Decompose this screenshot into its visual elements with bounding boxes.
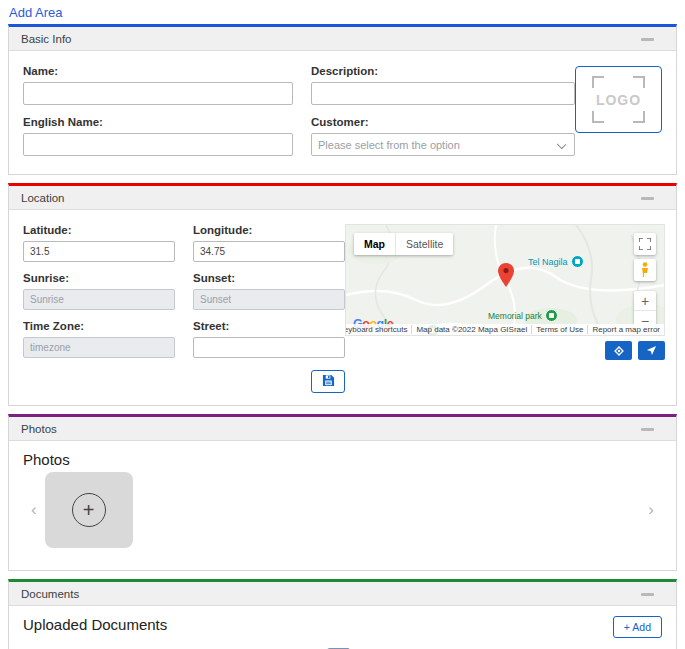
documents-card: Documents Uploaded Documents + Add There… bbox=[8, 579, 677, 649]
english-name-field-group: English Name: bbox=[23, 116, 293, 156]
save-location-cell bbox=[311, 368, 345, 393]
description-input[interactable] bbox=[311, 82, 575, 105]
sunrise-input bbox=[23, 289, 175, 310]
name-field-group: Name: bbox=[23, 65, 293, 105]
photos-carousel: ‹ + › bbox=[23, 472, 662, 548]
name-label: Name: bbox=[23, 65, 293, 77]
poi-tel-nagila[interactable]: Tel Nagila bbox=[528, 255, 584, 268]
map-marker-icon[interactable] bbox=[498, 263, 514, 291]
logo-upload-box[interactable]: LOGO bbox=[575, 66, 662, 133]
add-photo-icon: + bbox=[72, 493, 106, 527]
collapse-icon[interactable] bbox=[641, 38, 654, 41]
description-label: Description: bbox=[311, 65, 575, 77]
location-body: Latitude: Longitude: Sunrise: Sunset: Ti… bbox=[9, 210, 676, 405]
timezone-input bbox=[23, 337, 175, 358]
longitude-label: Longitude: bbox=[193, 224, 345, 236]
save-icon bbox=[322, 374, 335, 390]
keyboard-shortcuts-link[interactable]: Keyboard shortcuts bbox=[345, 325, 411, 334]
sunrise-label: Sunrise: bbox=[23, 272, 175, 284]
logo-corner-icon bbox=[592, 111, 604, 123]
basic-info-header[interactable]: Basic Info bbox=[9, 27, 676, 51]
satellite-tab[interactable]: Satellite bbox=[395, 233, 453, 255]
latitude-label: Latitude: bbox=[23, 224, 175, 236]
sunrise-field-group: Sunrise: bbox=[23, 272, 175, 310]
uploaded-documents-label: Uploaded Documents bbox=[23, 616, 662, 633]
fullscreen-icon bbox=[639, 238, 651, 250]
documents-header[interactable]: Documents bbox=[9, 582, 676, 606]
documents-header-label: Documents bbox=[21, 588, 79, 600]
street-label: Street: bbox=[193, 320, 345, 332]
carousel-prev-icon[interactable]: ‹ bbox=[23, 500, 45, 520]
location-header-label: Location bbox=[21, 192, 64, 204]
poi-label: Memorial park bbox=[488, 311, 542, 321]
navigate-button[interactable] bbox=[638, 341, 665, 360]
directions-button[interactable] bbox=[605, 341, 632, 360]
map-data-text: Map data ©2022 Mapa GISrael bbox=[411, 325, 531, 334]
timezone-label: Time Zone: bbox=[23, 320, 175, 332]
report-map-error-link[interactable]: Report a map error bbox=[587, 325, 664, 334]
basic-info-header-label: Basic Info bbox=[21, 33, 72, 45]
google-map[interactable]: Map Satellite + − bbox=[345, 224, 665, 336]
customer-select[interactable]: Please select from the option bbox=[311, 133, 575, 156]
sunset-input bbox=[193, 289, 345, 310]
logo-corner-icon bbox=[633, 111, 645, 123]
fullscreen-button[interactable] bbox=[634, 233, 656, 255]
logo-corner-icon bbox=[633, 76, 645, 88]
directions-diamond-icon bbox=[613, 345, 625, 357]
customer-label: Customer: bbox=[311, 116, 575, 128]
location-fields: Latitude: Longitude: Sunrise: Sunset: Ti… bbox=[23, 224, 345, 393]
photos-header-label: Photos bbox=[21, 423, 57, 435]
english-name-label: English Name: bbox=[23, 116, 293, 128]
photos-label: Photos bbox=[23, 451, 662, 468]
sunset-label: Sunset: bbox=[193, 272, 345, 284]
poi-memorial-park[interactable]: Memorial park bbox=[488, 309, 558, 322]
basic-info-fields: Name: Description: English Name: Custome… bbox=[23, 65, 575, 156]
navigation-arrow-icon bbox=[646, 345, 657, 356]
collapse-icon[interactable] bbox=[641, 593, 654, 596]
basic-info-body: Name: Description: English Name: Custome… bbox=[9, 51, 676, 174]
photos-body: Photos ‹ + › bbox=[9, 441, 676, 570]
map-container: Map Satellite + − bbox=[345, 224, 665, 393]
zoom-in-button[interactable]: + bbox=[634, 291, 656, 311]
sunset-field-group: Sunset: bbox=[193, 272, 345, 310]
longitude-input[interactable] bbox=[193, 241, 345, 262]
map-attribution: Keyboard shortcuts Map data ©2022 Mapa G… bbox=[345, 324, 664, 335]
timezone-field-group: Time Zone: bbox=[23, 320, 175, 358]
logo-corner-icon bbox=[592, 76, 604, 88]
photos-card: Photos Photos ‹ + › bbox=[8, 414, 677, 571]
description-field-group: Description: bbox=[311, 65, 575, 105]
map-tab[interactable]: Map bbox=[354, 233, 395, 255]
pegman-icon bbox=[640, 262, 650, 278]
location-card: Location Latitude: Longitude: Sunrise: S… bbox=[8, 183, 677, 406]
pegman-button[interactable] bbox=[634, 259, 656, 281]
customer-field-group: Customer: Please select from the option bbox=[311, 116, 575, 156]
poi-teal-icon bbox=[571, 255, 584, 268]
collapse-icon[interactable] bbox=[641, 197, 654, 200]
poi-green-icon bbox=[545, 309, 558, 322]
customer-select-placeholder: Please select from the option bbox=[318, 139, 460, 151]
street-input[interactable] bbox=[193, 337, 345, 358]
english-name-input[interactable] bbox=[23, 133, 293, 156]
logo-placeholder-text: LOGO bbox=[596, 92, 641, 108]
longitude-field-group: Longitude: bbox=[193, 224, 345, 262]
basic-info-card: Basic Info Name: Description: English Na… bbox=[8, 24, 677, 175]
photos-header[interactable]: Photos bbox=[9, 417, 676, 441]
collapse-icon[interactable] bbox=[641, 428, 654, 431]
poi-label: Tel Nagila bbox=[528, 257, 568, 267]
map-action-buttons bbox=[345, 341, 665, 360]
terms-of-use-link[interactable]: Terms of Use bbox=[531, 325, 587, 334]
location-header[interactable]: Location bbox=[9, 186, 676, 210]
carousel-next-icon[interactable]: › bbox=[640, 500, 662, 520]
map-type-control: Map Satellite bbox=[354, 233, 453, 255]
chevron-down-icon bbox=[557, 140, 566, 149]
street-field-group: Street: bbox=[193, 320, 345, 358]
latitude-input[interactable] bbox=[23, 241, 175, 262]
add-document-button[interactable]: + Add bbox=[613, 616, 662, 638]
documents-body: Uploaded Documents + Add There are no do… bbox=[9, 606, 676, 649]
latitude-field-group: Latitude: bbox=[23, 224, 175, 262]
name-input[interactable] bbox=[23, 82, 293, 105]
add-photo-tile[interactable]: + bbox=[45, 472, 133, 548]
page-title-add-area[interactable]: Add Area bbox=[0, 0, 63, 24]
save-location-button[interactable] bbox=[311, 370, 345, 393]
